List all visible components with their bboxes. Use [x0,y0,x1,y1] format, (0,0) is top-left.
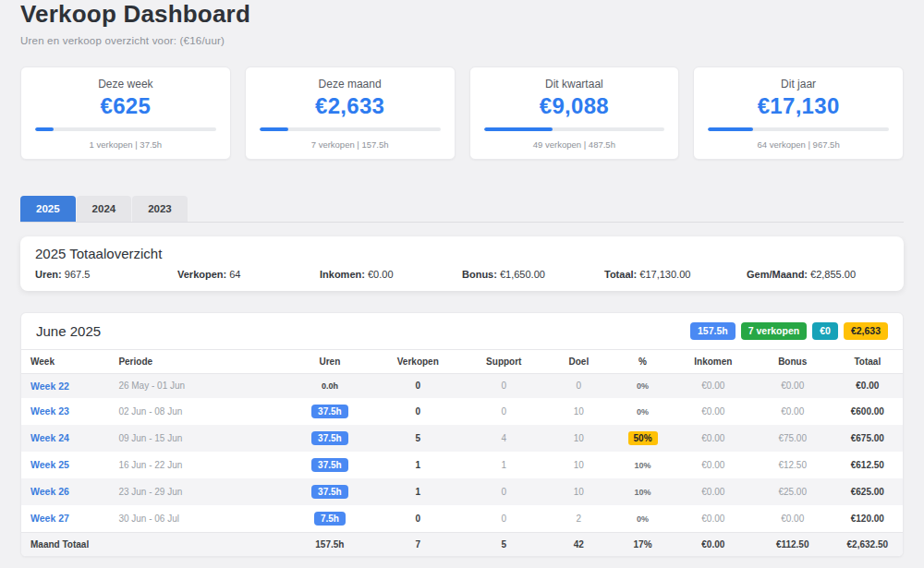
stat-gem-maand: Gem/Maand: €2,855.00 [747,269,889,280]
progress-fill [260,127,288,131]
progress-fill [35,127,54,131]
col-header-week: Week [21,349,109,373]
card-deze-week: Deze week €625 1 verkopen | 37.5h [20,66,231,160]
pct-value: 0% [637,381,649,391]
uren-badge: 37.5h [311,405,348,418]
col-header-doel: Doel [546,349,613,373]
pct-cell: 0% [612,373,674,398]
card-label: Deze week [35,78,216,91]
uren-value: 0.0h [322,381,338,391]
totaal-cell: €120.00 [833,505,903,533]
week-link[interactable]: Week 23 [21,398,109,425]
year-overview-card: 2025 Totaaloverzicht Uren: 967.5 Verkope… [20,236,904,291]
verkopen-cell: 1 [374,452,462,478]
week-link[interactable]: Week 22 [21,373,109,398]
tab-2023[interactable]: 2023 [132,196,188,222]
week-link[interactable]: Week 25 [21,452,109,478]
card-label: Dit kwartaal [484,78,665,91]
uren-badge: 7.5h [314,512,346,526]
support-cell: 1 [462,452,546,478]
stat-bonus: Bonus: €1,650.00 [462,269,604,280]
inkomen-cell: €0.00 [674,373,753,398]
month-header: June 2025 157.5h 7 verkopen €0 €2,633 [21,313,903,349]
card-value: €9,088 [484,93,665,119]
col-header-periode: Periode [109,349,286,373]
verkopen-cell: 0 [374,398,462,425]
col-header-totaal: Totaal [833,349,903,373]
progress-bar [35,127,216,131]
periode-cell: 16 Jun - 22 Jun [109,452,286,478]
stat-value: €2,855.00 [810,269,856,280]
periode-cell: 23 Jun - 29 Jun [109,478,286,505]
pct-cell: 50% [612,425,674,452]
uren-badge: 37.5h [311,458,348,472]
col-header-verkopen: Verkopen [374,349,462,373]
year-overview-title: 2025 Totaaloverzicht [35,246,889,261]
verkopen-cell: 0 [374,373,462,398]
support-cell: 0 [462,398,546,425]
support-cell: 4 [462,425,546,452]
inkomen-cell: €0.00 [674,398,753,425]
support-cell: 0 [462,478,546,505]
stat-verkopen: Verkopen: 64 [177,269,320,280]
week-link[interactable]: Week 26 [21,478,109,505]
support-cell: 0 [462,505,546,533]
col-header-bonus: Bonus [753,349,833,373]
table-row-week-22: Week 22 26 May - 01 Jun 0.0h 0 0 0 0% €0… [21,373,903,398]
footer-totaal: €2,632.50 [833,532,903,556]
stat-label: Uren: [35,269,62,280]
stat-label: Bonus: [462,269,497,280]
verkopen-cell: 1 [374,478,462,505]
verkoop-dashboard-page: Verkoop Dashboard Uren en verkoop overzi… [0,0,924,568]
week-link[interactable]: Week 24 [21,425,109,452]
card-value: €17,130 [708,93,889,119]
table-header-row: Week Periode Uren Verkopen Support Doel … [21,349,903,373]
totaal-cell: €675.00 [833,425,903,452]
week-link[interactable]: Week 27 [21,505,109,533]
periode-cell: 26 May - 01 Jun [109,373,286,398]
pct-value: 0% [637,407,649,417]
stat-label: Inkomen: [320,269,365,280]
inkomen-cell: €0.00 [674,452,753,478]
table-row-week-25: Week 25 16 Jun - 22 Jun 37.5h 1 1 10 10%… [21,452,903,478]
inkomen-cell: €0.00 [674,505,753,533]
stat-uren: Uren: 967.5 [35,269,177,280]
footer-periode [109,532,286,556]
stat-value: €1,650.00 [500,269,545,280]
card-label: Dit jaar [708,78,889,91]
totaal-cell: €0.00 [833,373,903,398]
tab-2024[interactable]: 2024 [77,196,132,222]
col-header-inkomen: Inkomen [674,349,753,373]
card-subtext: 1 verkopen | 37.5h [35,139,216,150]
totaal-cell: €600.00 [833,398,903,425]
footer-doel: 42 [546,532,613,556]
totaal-cell: €625.00 [833,478,903,505]
doel-cell: 10 [546,478,613,505]
pct-cell: 0% [612,398,674,425]
sales-badge: 7 verkopen [741,322,807,340]
progress-bar [484,127,665,131]
footer-inkomen: €0.00 [674,532,753,556]
periode-cell: 30 Jun - 06 Jul [109,505,286,533]
progress-bar [260,127,441,131]
table-row-week-26: Week 26 23 Jun - 29 Jun 37.5h 1 0 10 10%… [21,478,903,505]
hours-badge: 157.5h [690,322,736,340]
month-title: June 2025 [36,323,101,339]
footer-pct: 17% [612,532,674,556]
pct-value: 10% [635,488,651,497]
uren-cell: 37.5h [286,425,373,452]
pct-cell: 0% [612,505,674,533]
verkopen-cell: 0 [374,505,462,533]
table-footer-row: Maand Totaal 157.5h 7 5 42 17% €0.00 €11… [21,532,903,556]
card-subtext: 49 verkopen | 487.5h [484,139,665,150]
tab-2025[interactable]: 2025 [20,196,76,222]
support-cell: 0 [462,373,546,398]
bonus-cell: €75.00 [753,425,833,452]
pct-cell: 10% [612,452,674,478]
card-value: €625 [35,93,216,119]
weeks-table: Week Periode Uren Verkopen Support Doel … [21,349,903,556]
summary-cards-row: Deze week €625 1 verkopen | 37.5h Deze m… [20,66,904,160]
verkopen-cell: 5 [374,425,462,452]
inkomen-cell: €0.00 [674,478,753,505]
progress-fill [708,127,753,131]
